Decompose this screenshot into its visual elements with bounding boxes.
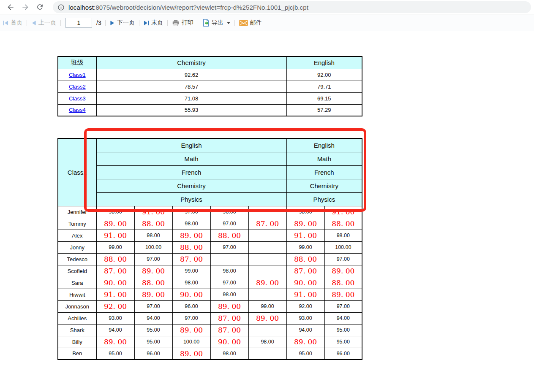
score-cell: 97.00 [324, 253, 362, 265]
url-text: localhost:8075/webroot/decision/view/rep… [68, 4, 308, 11]
avg-score-cell: 55.93 [96, 104, 286, 116]
class-cell: Class4 [58, 104, 96, 116]
student-name-cell: Tedesco [58, 253, 96, 265]
class-link[interactable]: Class2 [69, 84, 86, 90]
subject-header: Chemistry [96, 179, 286, 192]
avg-score-cell: 71.08 [96, 92, 286, 104]
score-cell: 89. 00 [96, 218, 134, 230]
score-cell: 92.00 [286, 300, 324, 312]
summary-header-row: 班级 Chemistry English [58, 57, 362, 69]
next-page-icon [110, 20, 115, 26]
export-button[interactable]: 导出 [199, 19, 233, 27]
summary-header-chemistry: Chemistry [96, 57, 286, 69]
student-row: Jonnason92. 0097.0096.0089. 0099.0092.00… [58, 300, 362, 312]
score-cell [248, 230, 286, 241]
score-cell: 97.00 [210, 218, 248, 230]
student-name-cell: Hiwwit [58, 289, 96, 300]
summary-row: Class371.0869.15 [58, 92, 362, 104]
avg-score-cell: 79.71 [286, 81, 362, 92]
score-cell: 91. 00 [324, 206, 362, 218]
avg-score-cell: 78.57 [96, 81, 286, 92]
student-name-cell: Alex [58, 230, 96, 241]
score-cell [248, 348, 286, 360]
class1-detail-table: Class1EnglishEnglishMathMathFrenchFrench… [57, 138, 362, 360]
score-cell: 88. 00 [324, 277, 362, 289]
class-cell: Class1 [58, 69, 96, 81]
avg-score-cell: 57.29 [286, 104, 362, 116]
score-cell: 97.00 [172, 206, 210, 218]
score-cell: 99.00 [286, 241, 324, 253]
score-cell: 88. 00 [134, 218, 172, 230]
page-total: /3 [96, 19, 101, 26]
page-number-input[interactable] [65, 18, 92, 28]
mail-button[interactable]: 邮件 [236, 19, 265, 27]
class-link[interactable]: Class4 [69, 107, 86, 113]
score-cell: 98.00 [210, 289, 248, 300]
score-cell: 89. 00 [172, 324, 210, 336]
prev-page-button[interactable]: 上一页 [28, 19, 59, 27]
url-path: :8075/webroot/decision/view/report?viewl… [94, 4, 308, 11]
score-cell: 98.00 [210, 265, 248, 277]
toolbar-separator [234, 20, 235, 26]
score-cell: 93.00 [96, 312, 134, 324]
score-cell: 99.00 [172, 265, 210, 277]
subject-header: French [286, 165, 362, 179]
class-summary-table: 班级 Chemistry English Class192.6292.00Cla… [57, 56, 362, 116]
first-page-button[interactable]: 首页 [0, 19, 25, 27]
score-cell: 88. 00 [210, 230, 248, 241]
next-page-button[interactable]: 下一页 [107, 19, 138, 27]
forward-arrow-icon[interactable] [21, 3, 30, 11]
score-cell: 99.00 [248, 300, 286, 312]
score-cell: 87. 00 [210, 312, 248, 324]
subject-header: English [96, 138, 286, 152]
student-name-cell: Billy [58, 336, 96, 348]
score-cell: 96.00 [134, 348, 172, 360]
class-link[interactable]: Class3 [69, 95, 86, 102]
score-cell: 90. 00 [172, 289, 210, 300]
summary-header-class: 班级 [58, 57, 96, 69]
site-info-icon[interactable] [57, 4, 65, 11]
student-row: Shark94.0095.0089. 0087. 00 94.0095.00 [58, 324, 362, 336]
student-name-cell: Jonnason [58, 300, 96, 312]
avg-score-cell: 92.62 [96, 69, 286, 81]
print-button[interactable]: 打印 [169, 19, 196, 27]
score-cell: 93.00 [286, 312, 324, 324]
subject-header: English [286, 138, 362, 152]
refresh-icon[interactable] [36, 3, 44, 11]
student-row: Alex91. 0098.0089. 0088. 00 91. 0098.00 [58, 230, 362, 241]
score-cell: 91. 00 [134, 206, 172, 218]
score-cell: 89. 00 [96, 336, 134, 348]
score-cell: 88. 00 [96, 253, 134, 265]
score-cell: 89. 00 [172, 348, 210, 360]
score-cell: 89. 00 [248, 277, 286, 289]
score-cell: 95.00 [134, 324, 172, 336]
subject-header: Chemistry [286, 179, 362, 192]
browser-chrome: localhost:8075/webroot/decision/view/rep… [0, 0, 534, 14]
score-cell: 94.00 [324, 312, 362, 324]
score-cell: 91. 00 [96, 289, 134, 300]
score-cell: 91. 00 [286, 289, 324, 300]
dropdown-caret-icon [227, 22, 230, 24]
summary-header-english: English [286, 57, 362, 69]
score-cell: 96.00 [210, 206, 248, 218]
score-cell: 98.00 [172, 277, 210, 289]
student-row: Tommy89. 0088. 0098.0097.0087. 0089. 008… [58, 218, 362, 230]
score-cell [248, 253, 286, 265]
score-cell: 87. 00 [172, 253, 210, 265]
first-page-icon [3, 20, 8, 26]
last-page-button[interactable]: 末页 [141, 19, 166, 27]
score-cell [248, 289, 286, 300]
class-link[interactable]: Class1 [69, 72, 86, 78]
score-cell: 98.00 [210, 348, 248, 360]
back-arrow-icon[interactable] [6, 3, 15, 11]
score-cell: 89. 00 [324, 265, 362, 277]
student-name-cell: Ben [58, 348, 96, 360]
score-cell: 89. 00 [210, 300, 248, 312]
prev-page-label: 上一页 [38, 19, 56, 27]
address-bar[interactable]: localhost:8075/webroot/decision/view/rep… [53, 1, 531, 13]
score-cell: 89. 00 [286, 336, 324, 348]
score-cell: 96.00 [324, 348, 362, 360]
avg-score-cell: 92.00 [286, 69, 362, 81]
score-cell: 91. 00 [96, 230, 134, 241]
summary-row: Class192.6292.00 [58, 69, 362, 81]
